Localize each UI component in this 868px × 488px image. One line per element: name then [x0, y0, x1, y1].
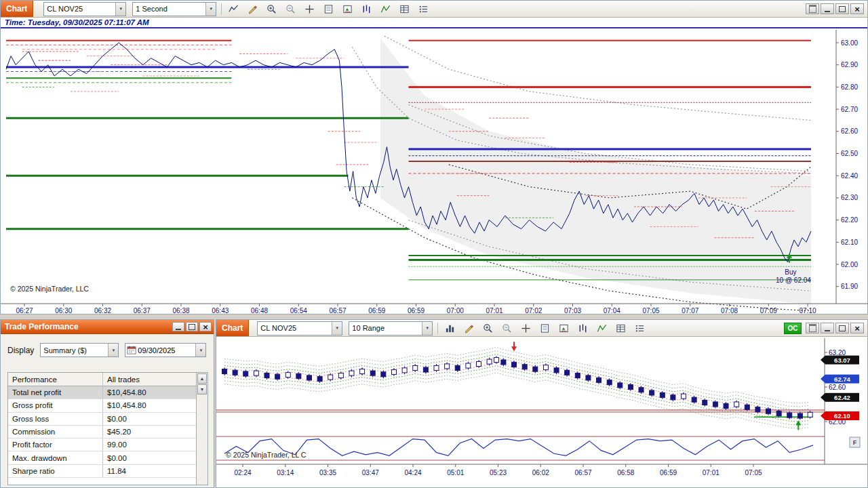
- svg-text:06:58: 06:58: [617, 469, 634, 476]
- instrument-select[interactable]: CL NOV25: [257, 321, 342, 336]
- table-row[interactable]: Max. drawdown$0.00: [8, 451, 196, 464]
- svg-text:F: F: [853, 439, 857, 446]
- sheet-icon[interactable]: [614, 321, 628, 335]
- scroll-down-icon[interactable]: [197, 384, 207, 394]
- instrument-select[interactable]: CL NOV25: [43, 2, 126, 16]
- data-box-icon[interactable]: [538, 321, 552, 335]
- close-button[interactable]: [850, 3, 864, 14]
- svg-text:07:09: 07:09: [760, 307, 777, 314]
- svg-text:62.50: 62.50: [841, 150, 858, 157]
- order-ticket-icon[interactable]: [557, 321, 571, 335]
- float-button[interactable]: [806, 3, 819, 14]
- bars-icon[interactable]: [359, 2, 374, 16]
- table-scrollbar[interactable]: [196, 373, 208, 485]
- order-ticket-icon[interactable]: [340, 2, 355, 16]
- float-button[interactable]: [806, 323, 819, 333]
- close-button[interactable]: [850, 323, 864, 333]
- zoom-in-icon[interactable]: [264, 2, 279, 16]
- toolbar-separator: [437, 323, 438, 334]
- chevron-down-icon[interactable]: [115, 3, 125, 16]
- maximize-button[interactable]: [186, 322, 198, 331]
- zigzag-icon[interactable]: [595, 321, 609, 335]
- zigzag-icon[interactable]: [378, 2, 393, 16]
- bars-icon[interactable]: [576, 321, 590, 335]
- svg-text:© 2025 NinjaTrader, LLC: © 2025 NinjaTrader, LLC: [10, 285, 89, 293]
- svg-text:62.60: 62.60: [829, 384, 846, 391]
- svg-text:06:54: 06:54: [290, 307, 307, 314]
- minimize-button[interactable]: [821, 3, 834, 14]
- metric-value: $10,454.80: [103, 399, 196, 411]
- svg-text:07:01: 07:01: [703, 469, 719, 476]
- main-price-chart[interactable]: Buy10 @ 62.0463.0062.9062.8062.7062.6062…: [1, 30, 868, 314]
- oc-button[interactable]: OC: [784, 323, 802, 334]
- sheet-icon[interactable]: [397, 2, 412, 16]
- svg-text:62.70: 62.70: [841, 106, 858, 113]
- performance-grid: Performance All trades Total net profit$…: [8, 373, 196, 485]
- list-icon[interactable]: [416, 2, 431, 16]
- interval-select[interactable]: 10 Range: [349, 321, 433, 336]
- line-chart-icon[interactable]: [226, 2, 241, 16]
- svg-text:07:05: 07:05: [642, 307, 659, 314]
- toolbar-icons: [226, 2, 431, 16]
- table-row[interactable]: Profit factor99.00: [8, 439, 196, 451]
- chevron-down-icon[interactable]: [332, 322, 342, 335]
- calendar-icon: [125, 346, 138, 354]
- svg-text:07:07: 07:07: [682, 307, 698, 314]
- data-box-icon[interactable]: [321, 2, 336, 16]
- table-row[interactable]: Gross loss$0.00: [8, 413, 196, 426]
- table-row[interactable]: Commission$45.20: [8, 426, 196, 439]
- zoom-out-icon[interactable]: [500, 321, 514, 335]
- zoom-in-icon[interactable]: [481, 321, 495, 335]
- svg-text:06:30: 06:30: [55, 307, 72, 314]
- window-controls: [806, 3, 864, 14]
- trade-performance-title: Trade Performance: [5, 322, 79, 331]
- histogram-icon[interactable]: [443, 321, 457, 335]
- pencil-icon[interactable]: [245, 2, 260, 16]
- crosshair-icon[interactable]: [519, 321, 533, 335]
- svg-text:63.07: 63.07: [834, 357, 850, 364]
- pencil-icon[interactable]: [462, 321, 476, 335]
- scroll-up-icon[interactable]: [197, 373, 207, 384]
- minimize-button[interactable]: [821, 323, 834, 333]
- table-row[interactable]: Gross profit$10,454.80: [8, 399, 196, 412]
- chevron-down-icon[interactable]: [205, 3, 216, 16]
- svg-text:03:35: 03:35: [319, 469, 336, 476]
- svg-text:06:27: 06:27: [16, 307, 33, 314]
- interval-value: 10 Range: [349, 324, 422, 332]
- zoom-out-icon[interactable]: [283, 2, 298, 16]
- maximize-button[interactable]: [835, 3, 849, 14]
- column-header-performance[interactable]: Performance: [8, 373, 103, 386]
- display-value: Summary ($): [41, 346, 108, 354]
- crosshair-icon[interactable]: [302, 2, 317, 16]
- chevron-down-icon[interactable]: [108, 344, 118, 357]
- metric-value: $10,454.80: [103, 386, 196, 399]
- trade-performance-titlebar[interactable]: Trade Performance: [1, 320, 214, 334]
- display-select[interactable]: Summary ($): [40, 343, 119, 357]
- svg-text:63.20: 63.20: [829, 349, 846, 357]
- range-price-chart[interactable]: 63.2062.6062.0063.0762.7462.4262.1002:24…: [216, 337, 867, 487]
- chart-tab[interactable]: Chart: [1, 1, 33, 17]
- metric-value: $0.00: [103, 413, 196, 425]
- metric-value: $45.20: [103, 426, 196, 438]
- column-header-all-trades[interactable]: All trades: [103, 373, 196, 386]
- minimize-button[interactable]: [172, 322, 184, 331]
- list-icon[interactable]: [633, 321, 647, 335]
- chevron-down-icon[interactable]: [422, 322, 432, 335]
- trade-performance-window: Trade Performance Display Summary ($) 09…: [0, 319, 214, 488]
- interval-select[interactable]: 1 Second: [132, 2, 216, 16]
- chevron-down-icon[interactable]: [195, 344, 205, 357]
- close-button[interactable]: [199, 322, 212, 331]
- chart-window-2: Chart CL NOV25 10 Range OC 63.2062.6062.…: [216, 319, 868, 488]
- chart-tab[interactable]: Chart: [216, 320, 249, 336]
- f-button[interactable]: F: [850, 437, 860, 447]
- table-row[interactable]: Total net profit$10,454.80: [8, 386, 196, 399]
- svg-text:06:43: 06:43: [212, 307, 229, 314]
- svg-text:07:08: 07:08: [721, 307, 738, 314]
- maximize-button[interactable]: [835, 323, 849, 333]
- svg-text:06:02: 06:02: [532, 469, 549, 476]
- svg-text:06:59: 06:59: [408, 307, 425, 314]
- svg-text:61.90: 61.90: [841, 283, 858, 290]
- date-picker[interactable]: 09/30/2025: [125, 343, 206, 357]
- table-row[interactable]: Sharpe ratio11.84: [8, 465, 196, 478]
- svg-text:62.74: 62.74: [834, 375, 850, 383]
